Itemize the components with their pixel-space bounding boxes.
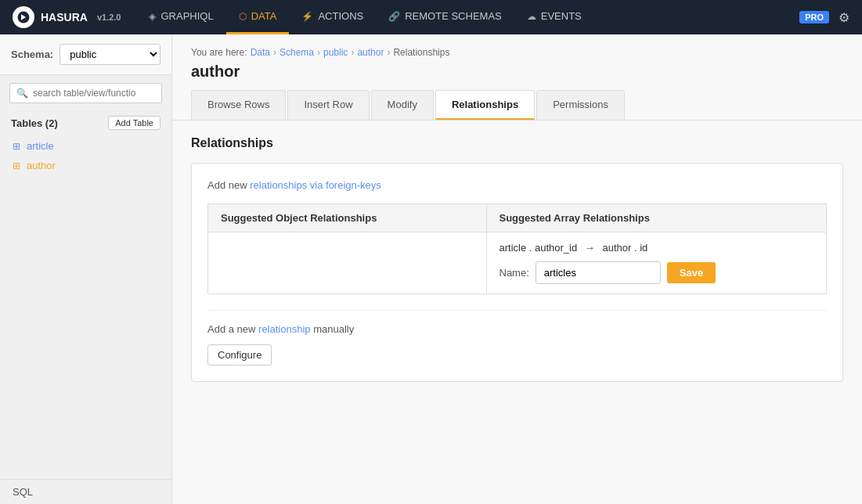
article-link[interactable]: article (27, 140, 54, 152)
app-version: v1.2.0 (97, 13, 121, 22)
tab-insert-row[interactable]: Insert Row (287, 90, 369, 120)
settings-icon[interactable]: ⚙ (839, 10, 849, 25)
tab-permissions[interactable]: Permissions (536, 90, 625, 120)
author-link[interactable]: author (27, 160, 56, 171)
col-array-header: Suggested Array Relationships (486, 204, 827, 232)
relationships-table: Suggested Object Relationships Suggested… (207, 203, 827, 294)
breadcrumb-text: You are here: (191, 47, 247, 58)
search-input[interactable] (33, 88, 155, 99)
breadcrumb-author[interactable]: author (357, 47, 384, 58)
name-label: Name: (500, 267, 529, 279)
foreign-keys-link[interactable]: relationships via foreign-keys (250, 179, 381, 191)
configure-button[interactable]: Configure (207, 344, 272, 365)
nav-data[interactable]: ⬡ DATA (226, 0, 290, 34)
add-manually-text: Add a new relationship manually (207, 323, 827, 335)
main-content: You are here: Data › Schema › public › a… (172, 34, 862, 504)
nav-remote-schemas[interactable]: 🔗 REMOTE SCHEMAS (376, 0, 514, 34)
tables-header: Tables (2) Add Table (0, 111, 171, 133)
breadcrumb-public[interactable]: public (323, 47, 348, 58)
table-icon-article: ⊞ (13, 141, 20, 152)
sep2: › (317, 47, 320, 58)
sep1: › (273, 47, 276, 58)
pro-badge: PRO (799, 11, 829, 23)
breadcrumb-current: Relationships (393, 47, 449, 58)
nav-items: ◈ GRAPHIQL ⬡ DATA ⚡ ACTIONS 🔗 REMOTE SCH… (136, 0, 799, 34)
breadcrumb-data[interactable]: Data (251, 47, 270, 58)
add-table-button[interactable]: Add Table (108, 116, 160, 130)
array-rel-cell: article . author_id → author . id Name: … (486, 232, 827, 294)
nav-graphiql[interactable]: ◈ GRAPHIQL (136, 0, 225, 34)
save-button[interactable]: Save (667, 262, 716, 283)
table-icon-author: ⊞ (13, 160, 20, 171)
nav-events[interactable]: ☁ EVENTS (514, 0, 594, 34)
rel-source: article . author_id (500, 242, 578, 254)
rel-target: author . id (602, 242, 647, 254)
breadcrumb: You are here: Data › Schema › public › a… (172, 34, 862, 58)
tab-relationships[interactable]: Relationships (435, 90, 535, 120)
table-list: ⊞ article ⊞ author (0, 133, 171, 178)
tabs: Browse Rows Insert Row Modify Relationsh… (172, 90, 862, 121)
breadcrumb-schema[interactable]: Schema (280, 47, 314, 58)
events-icon: ☁ (527, 11, 536, 22)
rel-arrow: → (585, 242, 595, 254)
tables-label: Tables (2) (11, 117, 58, 129)
sidebar: Schema: public 🔍 Tables (2) Add Table ⊞ … (0, 34, 172, 504)
name-input[interactable] (536, 261, 661, 284)
logo-area: HASURA v1.2.0 (13, 6, 121, 28)
app-body: Schema: public 🔍 Tables (2) Add Table ⊞ … (0, 34, 862, 504)
top-nav: HASURA v1.2.0 ◈ GRAPHIQL ⬡ DATA ⚡ ACTION… (0, 0, 862, 34)
sep3: › (351, 47, 354, 58)
remote-schemas-icon: 🔗 (388, 11, 400, 22)
sidebar-item-author[interactable]: ⊞ author (0, 156, 171, 175)
table-row: article . author_id → author . id Name: … (208, 232, 827, 294)
search-icon: 🔍 (16, 88, 28, 99)
graphiql-icon: ◈ (149, 11, 156, 22)
relationships-box: Add new relationships via foreign-keys S… (191, 163, 843, 382)
col-object-header: Suggested Object Relationships (208, 204, 487, 232)
sql-link[interactable]: SQL (0, 479, 171, 504)
schema-label: Schema: (11, 49, 53, 60)
tab-browse-rows[interactable]: Browse Rows (191, 90, 286, 120)
search-area: 🔍 (0, 75, 171, 111)
app-name: HASURA (41, 11, 88, 23)
divider (207, 310, 827, 311)
section-title: Relationships (191, 136, 843, 150)
actions-icon: ⚡ (301, 11, 313, 22)
tab-modify[interactable]: Modify (371, 90, 434, 120)
content-area: Relationships Add new relationships via … (172, 121, 862, 398)
data-icon: ⬡ (239, 11, 247, 22)
add-new-text: Add new relationships via foreign-keys (207, 179, 827, 191)
nav-actions[interactable]: ⚡ ACTIONS (289, 0, 376, 34)
page-title: author (172, 58, 862, 90)
relationship-link[interactable]: relationship (258, 323, 311, 335)
name-row: Name: Save (500, 261, 814, 284)
schema-row: Schema: public (0, 34, 171, 75)
nav-right: PRO ⚙ (799, 10, 849, 25)
schema-select[interactable]: public (60, 44, 160, 65)
hasura-logo (13, 6, 34, 28)
search-wrapper: 🔍 (9, 83, 162, 103)
sidebar-item-article[interactable]: ⊞ article (0, 136, 171, 156)
sep4: › (387, 47, 390, 58)
object-rel-cell (208, 232, 487, 294)
rel-entry: article . author_id → author . id (500, 242, 814, 254)
